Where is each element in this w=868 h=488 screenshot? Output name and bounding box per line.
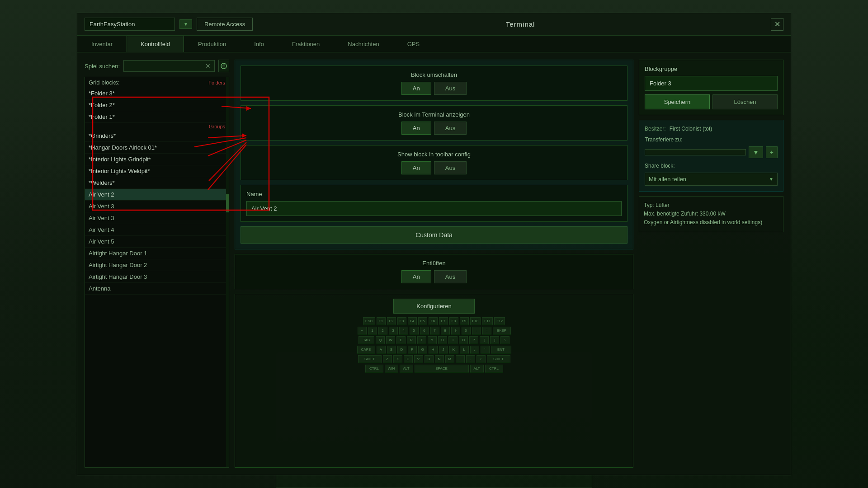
key: ] [490, 336, 499, 344]
transferiere-label: Transferiere zu: [645, 136, 778, 143]
key: E [396, 336, 406, 344]
search-input[interactable] [127, 63, 203, 70]
key: SPACE [415, 365, 469, 373]
loeschen-button[interactable]: Löschen [712, 94, 778, 109]
besitzer-row: Besitzer: First Colonist (tot) [645, 126, 778, 132]
entlueften-an-button[interactable]: An [401, 270, 431, 283]
groups-label: Groups [209, 124, 225, 129]
blockgroup-input[interactable] [645, 76, 778, 91]
tab-gps[interactable]: GPS [393, 36, 434, 52]
tab-kontrollfeld[interactable]: Kontrollfeld [127, 36, 184, 52]
key: R [407, 336, 416, 344]
konfigurieren-button[interactable]: Konfigurieren [393, 299, 475, 314]
entlueften-label: Entlüften [241, 260, 627, 267]
list-item[interactable]: Air Vent 2 [85, 189, 229, 201]
toolbar-aus-button[interactable]: Aus [434, 161, 467, 174]
transfer-dropdown-arrow[interactable]: ▼ [749, 146, 763, 158]
list-item[interactable]: *Folder 3* [85, 88, 229, 99]
share-dropdown[interactable]: Mit allen teilen ▼ [645, 173, 778, 186]
search-clear-button[interactable]: ✕ [204, 62, 212, 70]
key: L [460, 346, 469, 354]
key: Z [383, 355, 392, 363]
key: X [393, 355, 402, 363]
key: TAB [359, 336, 374, 344]
list-item[interactable]: *Folder 2* [85, 99, 229, 111]
key: ESC [363, 317, 375, 325]
key: F5 [418, 317, 427, 325]
transferiere-section: Transferiere zu: ▼ + [645, 136, 778, 158]
tab-nachrichten[interactable]: Nachrichten [334, 36, 393, 52]
key: F2 [387, 317, 396, 325]
list-item[interactable]: *Interior Lights Weldpit* [85, 165, 229, 177]
close-button[interactable]: ✕ [771, 18, 783, 31]
list-item[interactable]: *Interior Lights Grindpit* [85, 154, 229, 165]
key: 1 [368, 327, 377, 335]
key: CTRL [365, 365, 383, 373]
list-item[interactable]: *Grinders* [85, 130, 229, 142]
key: - [472, 327, 481, 335]
station-name: EarthEasyStation [90, 21, 135, 28]
middle-panel: Block umschalten An Aus Block im Termina… [235, 60, 633, 468]
remote-access-button[interactable]: Remote Access [197, 18, 253, 31]
key: P [469, 336, 478, 344]
key: 8 [441, 327, 450, 335]
station-dropdown[interactable]: EarthEasyStation [85, 18, 175, 31]
type-info-section: Typ: Lüfter Max. benötigte Zufuhr: 330.0… [639, 196, 783, 232]
blockgroup-actions: Speichern Löschen [645, 94, 778, 109]
custom-data-button[interactable]: Custom Data [241, 226, 627, 244]
tab-inventar[interactable]: Inventar [77, 36, 127, 52]
block-terminal-aus-button[interactable]: Aus [434, 122, 467, 135]
tab-info[interactable]: Info [240, 36, 278, 52]
list-item[interactable]: Air Vent 3 [85, 201, 229, 212]
block-umschalten-aus-button[interactable]: Aus [434, 82, 467, 95]
key: SHIFT [358, 355, 382, 363]
key: F4 [408, 317, 417, 325]
list-item[interactable]: *Welders* [85, 177, 229, 189]
list-item[interactable]: Air Vent 5 [85, 236, 229, 248]
block-terminal-an-button[interactable]: An [401, 122, 431, 135]
block-umschalten-label: Block umschalten [246, 71, 622, 78]
block-umschalten-buttons: An Aus [246, 82, 622, 95]
transfer-dropdown[interactable] [645, 149, 746, 155]
key: S [387, 346, 396, 354]
grid-blocks-label: Grid blocks: [89, 79, 120, 86]
list-item[interactable]: *Hangar Doors Airlock 01* [85, 142, 229, 154]
list-item[interactable]: Airtight Hangar Door 1 [85, 248, 229, 259]
station-dropdown-arrow[interactable]: ▼ [179, 19, 192, 29]
key: / [476, 355, 486, 363]
tab-produktion[interactable]: Produktion [184, 36, 240, 52]
transfer-plus-button[interactable]: + [766, 146, 778, 158]
entlueften-aus-button[interactable]: Aus [434, 270, 467, 283]
list-item[interactable]: *Folder 1* [85, 111, 229, 123]
entlueften-buttons: An Aus [241, 270, 627, 283]
block-umschalten-section: Block umschalten An Aus [241, 66, 627, 101]
search-input-wrap: ✕ [123, 60, 215, 72]
folders-label: Folders [208, 80, 225, 85]
key: Y [428, 336, 437, 344]
search-label: Spiel suchen: [85, 63, 120, 70]
search-row: Spiel suchen: ✕ [85, 60, 229, 72]
key: M [445, 355, 454, 363]
toolbar-an-button[interactable]: An [401, 161, 431, 174]
key: J [439, 346, 448, 354]
list-item[interactable]: Airtight Hangar Door 3 [85, 271, 229, 283]
search-filter-button[interactable] [218, 60, 229, 72]
key: V [414, 355, 423, 363]
name-input[interactable] [246, 201, 622, 216]
block-umschalten-an-button[interactable]: An [401, 82, 431, 95]
block-terminal-section: Block im Terminal anzeigen An Aus [241, 105, 627, 141]
list-item[interactable]: Air Vent 3 [85, 212, 229, 224]
list-item[interactable]: Airtight Hangar Door 2 [85, 259, 229, 271]
share-section: Share block: Mit allen teilen ▼ [645, 163, 778, 186]
key: ENT [491, 346, 511, 354]
tab-fraktionen[interactable]: Fraktionen [278, 36, 334, 52]
entlueften-section: Entlüften An Aus [235, 254, 633, 289]
list-item[interactable]: Air Vent 4 [85, 224, 229, 236]
speichern-button[interactable]: Speichern [645, 94, 710, 109]
key: F11 [482, 317, 493, 325]
key: O [459, 336, 468, 344]
key: F [408, 346, 417, 354]
list-item[interactable]: Antenna [85, 283, 229, 295]
key: F9 [460, 317, 469, 325]
key: F6 [429, 317, 438, 325]
